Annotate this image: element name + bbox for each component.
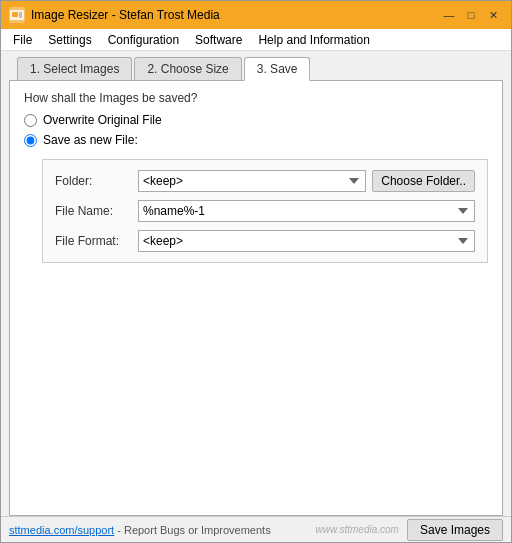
fileformat-row: File Format: <keep> (55, 230, 475, 252)
menu-settings[interactable]: Settings (40, 31, 99, 49)
close-button[interactable]: ✕ (483, 6, 503, 24)
choose-folder-button[interactable]: Choose Folder.. (372, 170, 475, 192)
content-area: 1. Select Images 2. Choose Size 3. Save … (1, 51, 511, 542)
filename-dropdown[interactable]: %name%-1 (138, 200, 475, 222)
window-controls: — □ ✕ (439, 6, 503, 24)
folder-dropdown[interactable]: <keep> (138, 170, 366, 192)
tab-choose-size[interactable]: 2. Choose Size (134, 57, 241, 80)
menu-file[interactable]: File (5, 31, 40, 49)
app-window: Image Resizer - Stefan Trost Media — □ ✕… (0, 0, 512, 543)
tab-content: How shall the Images be saved? Overwrite… (9, 81, 503, 516)
minimize-button[interactable]: — (439, 6, 459, 24)
save-images-button[interactable]: Save Images (407, 519, 503, 541)
tab-save[interactable]: 3. Save (244, 57, 311, 81)
svg-rect-2 (12, 12, 18, 17)
radio-save-new-input[interactable] (24, 134, 37, 147)
folder-row: Folder: <keep> Choose Folder.. (55, 170, 475, 192)
tabs-bar: 1. Select Images 2. Choose Size 3. Save (9, 51, 503, 81)
radio-overwrite-label: Overwrite Original File (43, 113, 162, 127)
menu-help[interactable]: Help and Information (250, 31, 377, 49)
filename-row: File Name: %name%-1 (55, 200, 475, 222)
status-bar: sttmedia.com/support - Report Bugs or Im… (1, 516, 511, 542)
menu-bar: File Settings Configuration Software Hel… (1, 29, 511, 51)
radio-overwrite[interactable]: Overwrite Original File (24, 113, 488, 127)
radio-save-new[interactable]: Save as new File: (24, 133, 488, 147)
radio-save-new-label: Save as new File: (43, 133, 138, 147)
menu-software[interactable]: Software (187, 31, 250, 49)
tab-select-images[interactable]: 1. Select Images (17, 57, 132, 80)
filename-controls: %name%-1 (138, 200, 475, 222)
fileformat-controls: <keep> (138, 230, 475, 252)
radio-group: Overwrite Original File Save as new File… (24, 113, 488, 147)
filename-label: File Name: (55, 204, 130, 218)
save-panel: Folder: <keep> Choose Folder.. File Name… (42, 159, 488, 263)
title-bar: Image Resizer - Stefan Trost Media — □ ✕ (1, 1, 511, 29)
tabs-content-wrapper: 1. Select Images 2. Choose Size 3. Save … (1, 51, 511, 516)
watermark-text: www.sttmedia.com (316, 524, 399, 535)
fileformat-label: File Format: (55, 234, 130, 248)
status-text: sttmedia.com/support - Report Bugs or Im… (9, 524, 271, 536)
status-right: www.sttmedia.com Save Images (316, 519, 503, 541)
title-bar-text: Image Resizer - Stefan Trost Media (31, 8, 439, 22)
app-icon (9, 7, 25, 23)
menu-configuration[interactable]: Configuration (100, 31, 187, 49)
radio-overwrite-input[interactable] (24, 114, 37, 127)
status-suffix: - Report Bugs or Improvements (114, 524, 271, 536)
fileformat-dropdown[interactable]: <keep> (138, 230, 475, 252)
question-label: How shall the Images be saved? (24, 91, 488, 105)
folder-label: Folder: (55, 174, 130, 188)
maximize-button[interactable]: □ (461, 6, 481, 24)
folder-controls: <keep> Choose Folder.. (138, 170, 475, 192)
support-link[interactable]: sttmedia.com/support (9, 524, 114, 536)
